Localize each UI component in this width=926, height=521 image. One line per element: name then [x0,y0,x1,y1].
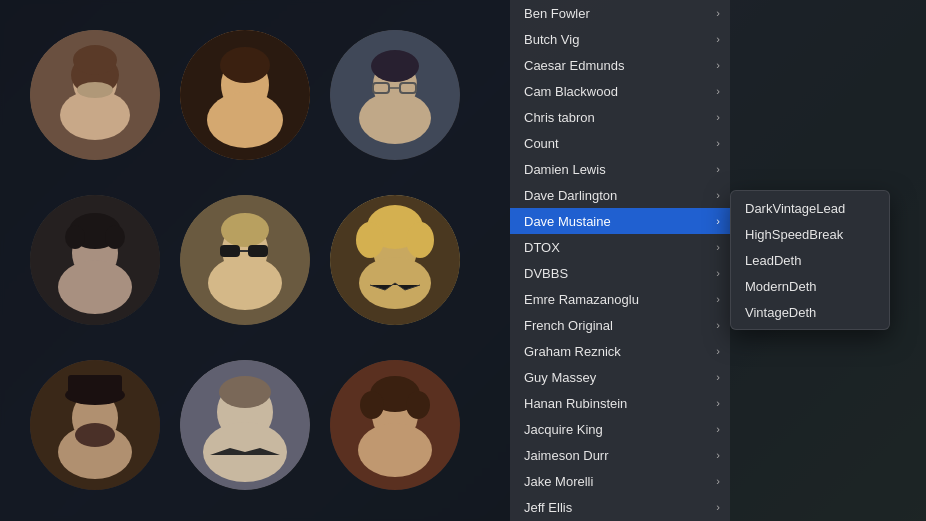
menu-item-label: Damien Lewis [524,162,606,177]
menu-item-damien-lewis[interactable]: Damien Lewis› [510,156,730,182]
chevron-right-icon: › [716,371,720,383]
menu-item-label: Graham Reznick [524,344,621,359]
chevron-right-icon: › [716,319,720,331]
dave-mustaine-submenu[interactable]: DarkVintageLeadHighSpeedBreakLeadDethMod… [730,190,890,330]
svg-point-51 [360,391,384,419]
menu-item-jaimeson-durr[interactable]: Jaimeson Durr› [510,442,730,468]
submenu-item-moderndeth[interactable]: ModernDeth [731,273,889,299]
avatar-4[interactable] [30,195,160,325]
avatar-3[interactable] [330,30,460,160]
chevron-right-icon: › [716,215,720,227]
svg-point-10 [220,47,270,83]
menu-item-label: Cam Blackwood [524,84,618,99]
menu-item-jeff-ellis[interactable]: Jeff Ellis› [510,494,730,520]
svg-point-14 [371,50,419,82]
chevron-right-icon: › [716,423,720,435]
chevron-right-icon: › [716,189,720,201]
svg-rect-28 [220,245,240,257]
menu-item-label: Caesar Edmunds [524,58,624,73]
chevron-right-icon: › [716,501,720,513]
svg-point-22 [65,225,85,249]
menu-item-label: Hanan Rubinstein [524,396,627,411]
menu-item-chris-tabron[interactable]: Chris tabron› [510,104,730,130]
chevron-right-icon: › [716,111,720,123]
menu-item-hanan-rubinstein[interactable]: Hanan Rubinstein› [510,390,730,416]
menu-item-label: Chris tabron [524,110,595,125]
avatar-5[interactable] [180,195,310,325]
svg-point-13 [359,92,431,144]
svg-point-46 [219,376,271,408]
chevron-right-icon: › [716,475,720,487]
submenu-item-highspeedbreak[interactable]: HighSpeedBreak [731,221,889,247]
menu-item-guy-massey[interactable]: Guy Massey› [510,364,730,390]
menu-item-label: DVBBS [524,266,568,281]
menu-item-label: Count [524,136,559,151]
avatar-8[interactable] [180,360,310,490]
menu-item-dave-darlington[interactable]: Dave Darlington› [510,182,730,208]
chevron-right-icon: › [716,267,720,279]
chevron-right-icon: › [716,293,720,305]
avatar-1[interactable] [30,30,160,160]
menu-item-label: French Original [524,318,613,333]
svg-point-20 [58,260,132,314]
menu-item-jacquire-king[interactable]: Jacquire King› [510,416,730,442]
menu-item-label: Jake Morelli [524,474,593,489]
menu-item-label: Dave Darlington [524,188,617,203]
menu-item-dave-mustaine[interactable]: Dave Mustaine› [510,208,730,234]
svg-point-27 [221,213,269,247]
svg-rect-29 [248,245,268,257]
menu-item-dtox[interactable]: DTOX› [510,234,730,260]
svg-point-5 [77,82,113,98]
chevron-right-icon: › [716,397,720,409]
artist-grid [30,30,470,515]
chevron-right-icon: › [716,163,720,175]
chevron-right-icon: › [716,59,720,71]
menu-item-count[interactable]: Count› [510,130,730,156]
chevron-right-icon: › [716,449,720,461]
menu-item-label: Butch Vig [524,32,579,47]
svg-rect-41 [68,375,122,400]
svg-point-23 [105,225,125,249]
menu-item-label: Jeff Ellis [524,500,572,515]
menu-item-label: Ben Fowler [524,6,590,21]
avatar-7[interactable] [30,360,160,490]
menu-item-butch-vig[interactable]: Butch Vig› [510,26,730,52]
menu-item-dvbbs[interactable]: DVBBS› [510,260,730,286]
menu-item-label: Emre Ramazanoglu [524,292,639,307]
avatar-6[interactable] [330,195,460,325]
svg-point-36 [406,222,434,258]
menu-item-cam-blackwood[interactable]: Cam Blackwood› [510,78,730,104]
menu-item-label: DTOX [524,240,560,255]
svg-point-49 [358,423,432,477]
menu-item-ben-fowler[interactable]: Ben Fowler› [510,0,730,26]
svg-point-26 [208,256,282,310]
chevron-right-icon: › [716,85,720,97]
svg-point-35 [356,222,384,258]
chevron-right-icon: › [716,241,720,253]
artist-menu[interactable]: Ben Fowler›Butch Vig›Caesar Edmunds›Cam … [510,0,730,521]
chevron-right-icon: › [716,7,720,19]
svg-point-42 [75,423,115,447]
svg-point-9 [207,92,283,148]
menu-item-label: Jaimeson Durr [524,448,609,463]
chevron-right-icon: › [716,345,720,357]
submenu-item-darkvintagelead[interactable]: DarkVintageLead [731,195,889,221]
menu-item-label: Guy Massey [524,370,596,385]
menu-item-graham-reznick[interactable]: Graham Reznick› [510,338,730,364]
menu-item-label: Jacquire King [524,422,603,437]
menu-item-emre-ramazanoglu[interactable]: Emre Ramazanoglu› [510,286,730,312]
menu-item-french-original[interactable]: French Original› [510,312,730,338]
avatar-9[interactable] [330,360,460,490]
submenu-item-vintagedeth[interactable]: VintageDeth [731,299,889,325]
chevron-right-icon: › [716,137,720,149]
svg-point-4 [73,45,117,75]
avatar-2[interactable] [180,30,310,160]
menu-item-label: Dave Mustaine [524,214,611,229]
svg-point-52 [406,391,430,419]
menu-item-caesar-edmunds[interactable]: Caesar Edmunds› [510,52,730,78]
chevron-right-icon: › [716,33,720,45]
submenu-item-leaddeth[interactable]: LeadDeth [731,247,889,273]
menu-item-jake-morelli[interactable]: Jake Morelli› [510,468,730,494]
